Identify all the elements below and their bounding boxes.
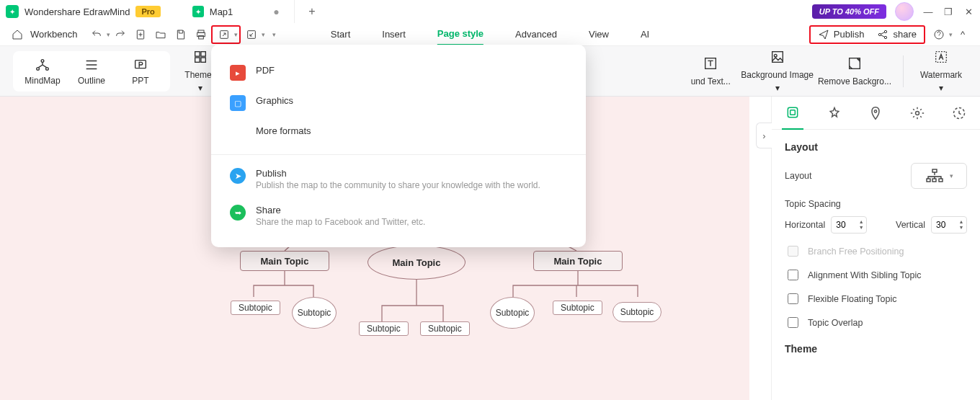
svg-rect-28: [932, 169, 937, 172]
svg-rect-24: [790, 110, 796, 115]
horizontal-spinner[interactable]: ▲▼: [831, 216, 867, 234]
help-icon[interactable]: [931, 27, 947, 43]
svg-rect-17: [201, 58, 205, 62]
export-more-item[interactable]: More formats: [211, 118, 586, 148]
help-dropdown-icon[interactable]: ▾: [949, 31, 953, 38]
main-topic-node[interactable]: Main Topic: [533, 251, 623, 271]
spin-down-icon[interactable]: ▼: [956, 225, 966, 231]
panel-tab-style[interactable]: [824, 97, 845, 130]
share-arrow-icon: ➥: [230, 205, 246, 221]
mindmap-mode-button[interactable]: MindMap: [22, 57, 63, 86]
svg-point-26: [916, 111, 919, 115]
open-folder-icon[interactable]: [153, 27, 169, 43]
subtopic-node[interactable]: Subtopic: [420, 321, 470, 336]
spin-up-icon[interactable]: ▲: [856, 219, 866, 225]
print-icon[interactable]: [193, 27, 209, 43]
share-button[interactable]: share: [877, 29, 917, 40]
vertical-spinner[interactable]: ▲▼: [931, 216, 967, 234]
redo-icon[interactable]: [112, 27, 128, 43]
import-dropdown-icon[interactable]: ▾: [262, 31, 265, 38]
export-button-highlight: ▾: [211, 25, 241, 44]
undo-dropdown-icon[interactable]: ▾: [107, 31, 110, 38]
user-avatar[interactable]: [895, 2, 914, 21]
new-file-icon[interactable]: [133, 27, 148, 43]
panel-tab-settings[interactable]: [906, 97, 928, 130]
bg-image-dropdown-icon: ▾: [775, 83, 780, 93]
maximize-icon[interactable]: ❐: [943, 6, 954, 17]
tab-insert[interactable]: Insert: [382, 23, 406, 46]
svg-rect-15: [201, 52, 205, 56]
export-publish-sub: Publish the map to the community to shar…: [256, 180, 540, 190]
tab-advanced[interactable]: Advanced: [515, 23, 557, 46]
export-graphics-item[interactable]: ▢ Graphics: [211, 88, 586, 118]
alignment-checkbox[interactable]: Alignment With Sibling Topic: [785, 267, 967, 283]
svg-rect-13: [135, 60, 146, 68]
import-icon[interactable]: [244, 27, 259, 43]
panel-tab-history[interactable]: [948, 97, 970, 130]
bg-text-button[interactable]: und Text...: [685, 55, 736, 86]
layout-selector[interactable]: ▾: [911, 163, 967, 189]
layout-label: Layout: [785, 171, 812, 181]
tab-ai[interactable]: AI: [641, 23, 649, 46]
subtopic-node[interactable]: Subtopic: [292, 297, 337, 329]
subtopic-node[interactable]: Subtopic: [553, 301, 602, 315]
panel-body: Layout Layout ▾ Topic Spacing Horizontal…: [772, 130, 980, 400]
home-icon[interactable]: [9, 27, 25, 43]
minimize-icon[interactable]: —: [922, 6, 934, 17]
floating-checkbox[interactable]: Flexible Floating Topic: [785, 291, 967, 306]
watermark-button[interactable]: Watermark ▾: [915, 49, 967, 93]
tab-start[interactable]: Start: [331, 23, 350, 46]
unsaved-dot-icon: ●: [273, 6, 279, 17]
spin-down-icon[interactable]: ▼: [856, 225, 866, 231]
themes-icon: [192, 49, 208, 67]
main-topic-node[interactable]: Main Topic: [240, 251, 329, 271]
remove-bg-label: Remove Backgro...: [818, 76, 891, 86]
promo-banner[interactable]: UP TO 40% OFF: [812, 4, 886, 19]
pro-badge: Pro: [135, 6, 160, 17]
more-formats-icon: [230, 125, 246, 141]
export-share-item[interactable]: ➥ Share Share the map to Facebook and Tw…: [211, 197, 586, 234]
undo-icon[interactable]: [89, 27, 104, 43]
mindmap-icon: [35, 57, 50, 73]
horizontal-input[interactable]: [832, 219, 856, 231]
format-panel: › Layout Layout ▾ Topic Spacing Horizont…: [771, 97, 980, 400]
export-icon[interactable]: [216, 27, 232, 43]
export-share-sub: Share the map to Facebook and Twitter, e…: [256, 217, 425, 227]
spin-up-icon[interactable]: ▲: [956, 219, 966, 225]
more-quick-icon[interactable]: ▾: [272, 31, 276, 38]
remove-bg-button[interactable]: Remove Backgro...: [818, 55, 891, 86]
document-tab[interactable]: ✦ Map1 ●: [178, 0, 295, 23]
bg-text-icon: [703, 55, 718, 74]
svg-rect-30: [932, 179, 936, 182]
vertical-input[interactable]: [932, 219, 956, 231]
ppt-mode-button[interactable]: PPT: [120, 57, 161, 86]
overlap-checkbox[interactable]: Topic Overlap: [785, 315, 967, 330]
add-tab-button[interactable]: +: [303, 5, 321, 18]
bg-image-button[interactable]: Background Image ▾: [741, 49, 814, 93]
export-publish-label: Publish: [256, 168, 540, 179]
publish-button[interactable]: Publish: [818, 29, 865, 40]
outline-mode-button[interactable]: Outline: [71, 57, 112, 86]
panel-tab-layout[interactable]: [782, 97, 803, 130]
subtopic-node[interactable]: Subtopic: [231, 301, 280, 315]
subtopic-node[interactable]: Subtopic: [490, 297, 535, 329]
panel-tab-icon[interactable]: [865, 97, 886, 130]
export-publish-item[interactable]: ➤ Publish Publish the map to the communi…: [211, 161, 586, 197]
tab-page-style[interactable]: Page style: [437, 23, 484, 46]
save-icon[interactable]: [173, 27, 189, 43]
workbench-button[interactable]: Workbench: [30, 29, 78, 40]
export-dropdown-icon[interactable]: ▾: [234, 31, 238, 38]
ribbon-divider: [903, 55, 904, 87]
svg-point-7: [885, 30, 887, 32]
export-pdf-item[interactable]: ▸ PDF: [211, 58, 586, 88]
svg-point-10: [41, 59, 44, 62]
collapse-ribbon-icon[interactable]: ^: [955, 27, 971, 43]
subtopic-node[interactable]: Subtopic: [612, 302, 662, 322]
panel-collapse-button[interactable]: ›: [756, 123, 772, 148]
main-topic-node[interactable]: Main Topic: [368, 245, 466, 280]
close-icon[interactable]: ✕: [963, 6, 974, 17]
share-icon: [877, 29, 888, 40]
panel-tabs: [772, 97, 980, 130]
subtopic-node[interactable]: Subtopic: [359, 321, 409, 336]
tab-view[interactable]: View: [589, 23, 609, 46]
